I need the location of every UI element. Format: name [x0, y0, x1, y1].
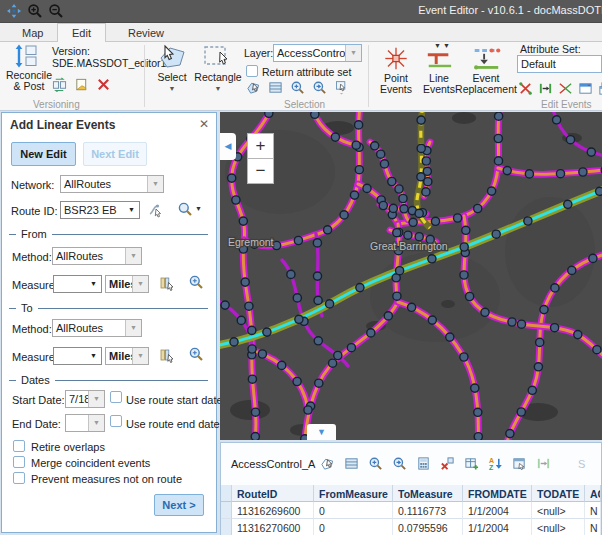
cell[interactable]: 0.0795596 — [393, 519, 463, 535]
event-point — [399, 194, 407, 202]
route-id-combo[interactable]: BSR23 EB ▼ — [60, 201, 140, 219]
merge-event-icon[interactable] — [558, 81, 573, 96]
add-record-icon[interactable] — [464, 456, 479, 471]
zoom-out-icon[interactable] — [48, 3, 64, 19]
measure-pick-icon[interactable] — [159, 347, 175, 363]
event-point — [474, 204, 482, 212]
collapse-table-arrow[interactable]: ▼ — [307, 424, 336, 440]
list-view-icon[interactable] — [344, 456, 359, 471]
column-header[interactable]: RouteID — [232, 485, 314, 502]
cell[interactable]: 1/1/2004 — [463, 519, 532, 535]
zoom-in-icon[interactable] — [27, 3, 43, 19]
cell[interactable]: <null> — [532, 502, 585, 519]
split-event-icon[interactable] — [518, 81, 533, 96]
use-route-end-checkbox[interactable] — [110, 415, 122, 427]
cell[interactable]: 0 — [314, 519, 393, 535]
next-button[interactable]: Next > — [154, 494, 204, 516]
select-button[interactable]: Select ▼ — [151, 44, 193, 94]
event-point — [355, 121, 363, 129]
event-replacement-button[interactable]: Event Replacement — [455, 46, 517, 95]
cell[interactable]: N — [585, 519, 601, 535]
cell[interactable]: 11316270600 — [232, 519, 314, 535]
end-date-dropdown[interactable]: ▼ — [65, 414, 105, 432]
zoom-to-route-icon[interactable] — [177, 201, 193, 217]
next-edit-button[interactable]: Next Edit — [83, 142, 147, 166]
from-unit-dropdown[interactable]: Miles ▼ — [105, 275, 149, 293]
cell[interactable]: <null> — [532, 519, 585, 535]
cell[interactable]: 1/1/2004 — [463, 502, 532, 519]
select-route-on-map-icon[interactable] — [148, 202, 164, 218]
close-icon[interactable]: ✕ — [199, 117, 209, 131]
calculator-icon[interactable] — [416, 456, 431, 471]
zoom-route-caret-icon[interactable]: ▼ — [195, 205, 202, 212]
zoom-to-measure-icon[interactable] — [188, 346, 204, 362]
retire-overlaps-checkbox[interactable] — [13, 440, 25, 452]
from-measure-combo[interactable]: ▼ — [53, 275, 102, 293]
select-tool-menu-icon[interactable] — [334, 80, 349, 95]
merge-coincident-checkbox[interactable] — [13, 456, 25, 468]
prevent-measures-checkbox[interactable] — [13, 472, 25, 484]
tab-review[interactable]: Review — [114, 26, 178, 42]
layer-dropdown[interactable]: AccessControl_A ▼ — [273, 44, 362, 62]
secondary-window-icon[interactable] — [598, 81, 602, 96]
network-dropdown[interactable]: AllRoutes ▼ — [60, 175, 164, 193]
measure-pick-icon[interactable] — [159, 275, 175, 291]
list-view-icon[interactable] — [268, 80, 283, 95]
chevron-down-icon[interactable]: ▼ — [151, 83, 193, 94]
column-header[interactable]: FROMDATE — [463, 485, 532, 502]
map-zoom-in-button[interactable]: + — [247, 133, 274, 159]
event-point — [495, 112, 503, 120]
return-attribute-checkbox[interactable] — [246, 65, 258, 77]
column-header[interactable]: ToMeasure — [393, 485, 463, 502]
zoom-to-selected-icon[interactable] — [368, 456, 383, 471]
delete-version-icon[interactable] — [96, 77, 111, 92]
use-route-start-checkbox[interactable] — [110, 391, 122, 403]
row-selector[interactable] — [221, 502, 232, 519]
new-edit-button[interactable]: New Edit — [11, 142, 76, 166]
versioning-group-label: Versioning — [33, 99, 80, 110]
reconcile-post-button[interactable]: Reconcile & Post — [3, 44, 55, 92]
select-features-icon[interactable] — [320, 456, 335, 471]
event-point — [331, 133, 339, 141]
new-version-icon[interactable] — [74, 77, 89, 92]
select-features-icon[interactable] — [246, 80, 261, 95]
pan-icon[interactable] — [6, 3, 22, 19]
line-events-carets-icon[interactable]: ▼▼ — [434, 42, 452, 49]
from-method-dropdown[interactable]: AllRoutes ▼ — [52, 247, 142, 265]
offset-event-icon[interactable] — [536, 456, 551, 471]
table-more-button[interactable]: S — [578, 458, 585, 470]
column-header[interactable]: AC — [585, 485, 601, 502]
chevron-down-icon[interactable]: ▼ — [194, 83, 242, 94]
rectangle-select-button[interactable]: Rectangle ▼ — [194, 44, 242, 94]
compare-versions-icon[interactable] — [52, 77, 67, 92]
clear-selection-icon[interactable] — [440, 456, 455, 471]
row-selector[interactable] — [221, 519, 232, 535]
zoom-to-selected-icon[interactable] — [290, 80, 305, 95]
map-zoom-out-button[interactable]: − — [247, 158, 274, 184]
column-header[interactable]: FromMeasure — [314, 485, 393, 502]
zoom-to-measure-icon[interactable] — [188, 274, 204, 290]
column-header[interactable]: TODATE — [532, 485, 585, 502]
attribute-window-icon[interactable] — [512, 456, 527, 471]
tab-map[interactable]: Map — [8, 26, 57, 42]
cell[interactable]: 11316269600 — [232, 502, 314, 519]
attribute-set-dropdown[interactable]: Default — [517, 55, 602, 73]
collapse-panel-arrow[interactable]: ◀ — [220, 133, 236, 160]
to-method-dropdown[interactable]: AllRoutes ▼ — [52, 319, 142, 337]
sort-icon[interactable]: AZ — [488, 456, 503, 471]
line-events-button[interactable]: Line Events — [419, 46, 459, 95]
to-unit-dropdown[interactable]: Miles ▼ — [105, 347, 149, 365]
event-point — [228, 174, 236, 182]
cell[interactable]: 0.1116773 — [393, 502, 463, 519]
start-date-dropdown[interactable]: 7/18/ ▼ — [65, 390, 105, 408]
pan-to-selected-icon[interactable] — [312, 80, 327, 95]
point-events-button[interactable]: Point Events — [375, 46, 417, 95]
cell[interactable]: 0 — [314, 502, 393, 519]
map-canvas[interactable]: Egremont Great Barrington ◀ + − ▼ — [220, 112, 602, 440]
pan-to-selected-icon[interactable] — [392, 456, 407, 471]
cell[interactable]: N — [585, 502, 601, 519]
event-point — [294, 236, 302, 244]
attribute-window-icon[interactable] — [578, 81, 593, 96]
offset-event-icon[interactable] — [538, 81, 553, 96]
to-measure-combo[interactable]: ▼ — [53, 347, 102, 365]
